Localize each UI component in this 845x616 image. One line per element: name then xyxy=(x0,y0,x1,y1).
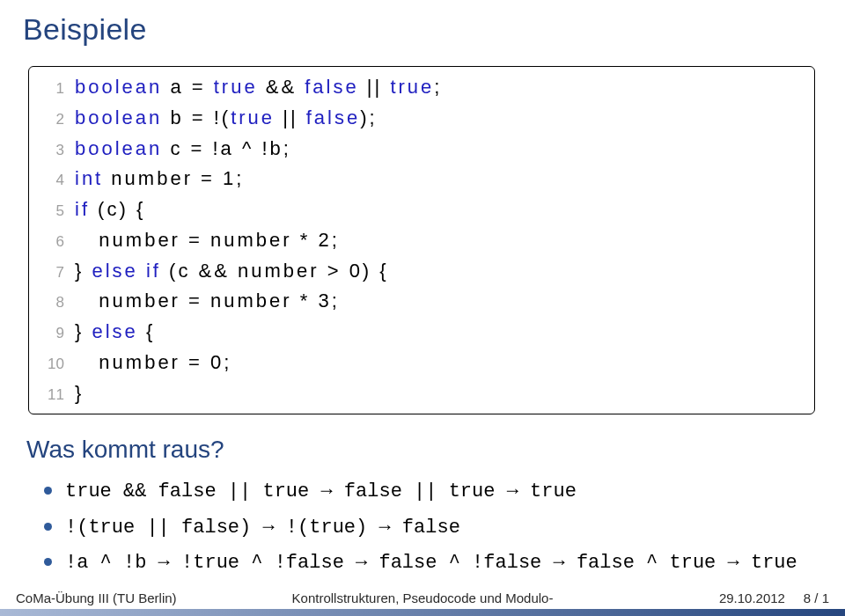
bullet-list: true && false || true → false || true → … xyxy=(44,476,822,579)
lineno: 6 xyxy=(29,231,64,254)
code-text: number = number * 2; xyxy=(75,225,340,256)
lineno: 9 xyxy=(29,322,64,346)
code-text: number = 0; xyxy=(75,348,231,378)
code-text: boolean a = true && false || true; xyxy=(75,72,442,103)
lineno: 2 xyxy=(29,108,64,132)
code-text: if (c) { xyxy=(75,194,145,225)
bullet-item: !(true || false) → !(true) → false xyxy=(44,512,822,544)
footer-right: 29.10.2012 8 / 1 xyxy=(719,590,829,605)
bullet-item: !a ^ !b → !true ^ !false → false ^ !fals… xyxy=(44,547,822,579)
lineno: 10 xyxy=(29,353,64,377)
code-text: } else if (c && number > 0) { xyxy=(75,256,389,287)
lineno: 1 xyxy=(29,77,64,101)
lineno: 8 xyxy=(29,291,64,315)
lineno: 3 xyxy=(29,139,64,163)
code-listing: 1boolean a = true && false || true; 2boo… xyxy=(28,66,815,414)
lineno: 11 xyxy=(29,384,64,407)
bullet-item: true && false || true → false || true → … xyxy=(44,476,822,508)
lineno: 4 xyxy=(29,169,64,193)
code-text: boolean c = !a ^ !b; xyxy=(75,134,291,165)
footer-row: CoMa-Übung III (TU Berlin) Kontrollstruk… xyxy=(0,590,845,605)
footer-center: Kontrollstrukturen, Pseudocode und Modul… xyxy=(292,590,554,605)
page-title: Beispiele xyxy=(23,12,822,47)
code-text: number = number * 3; xyxy=(75,286,340,317)
lineno: 5 xyxy=(29,200,64,224)
lineno: 7 xyxy=(29,261,64,285)
code-text: } xyxy=(75,378,84,409)
footer-bar xyxy=(0,609,845,616)
footer-left: CoMa-Übung III (TU Berlin) xyxy=(16,590,177,605)
code-text: boolean b = !(true || false); xyxy=(75,103,378,134)
code-text: int number = 1; xyxy=(75,164,244,194)
section-heading: Was kommt raus? xyxy=(26,436,822,464)
code-text: } else { xyxy=(75,317,155,348)
